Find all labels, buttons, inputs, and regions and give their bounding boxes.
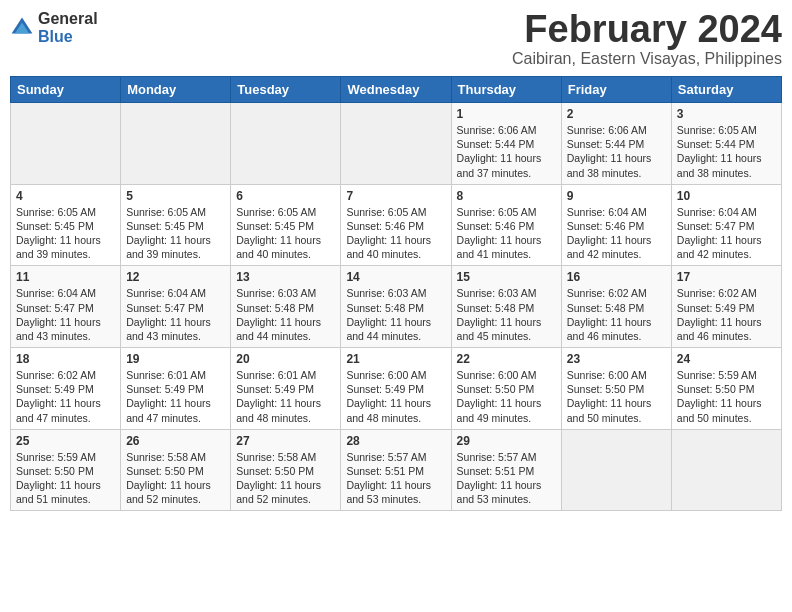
cell-info: Sunrise: 6:04 AM Sunset: 5:47 PM Dayligh… — [677, 205, 776, 262]
calendar-cell: 7Sunrise: 6:05 AM Sunset: 5:46 PM Daylig… — [341, 184, 451, 266]
calendar-table: Sunday Monday Tuesday Wednesday Thursday… — [10, 76, 782, 511]
calendar-cell — [341, 103, 451, 185]
cell-info: Sunrise: 6:00 AM Sunset: 5:50 PM Dayligh… — [567, 368, 666, 425]
cell-info: Sunrise: 6:04 AM Sunset: 5:47 PM Dayligh… — [126, 286, 225, 343]
calendar-cell: 3Sunrise: 6:05 AM Sunset: 5:44 PM Daylig… — [671, 103, 781, 185]
logo-icon — [10, 16, 34, 40]
day-number: 21 — [346, 352, 445, 366]
cell-info: Sunrise: 5:59 AM Sunset: 5:50 PM Dayligh… — [677, 368, 776, 425]
header-monday: Monday — [121, 77, 231, 103]
calendar-cell: 28Sunrise: 5:57 AM Sunset: 5:51 PM Dayli… — [341, 429, 451, 511]
cell-info: Sunrise: 6:00 AM Sunset: 5:50 PM Dayligh… — [457, 368, 556, 425]
day-number: 9 — [567, 189, 666, 203]
title-area: February 2024 Caibiran, Eastern Visayas,… — [512, 10, 782, 68]
calendar-cell — [561, 429, 671, 511]
calendar-cell: 13Sunrise: 6:03 AM Sunset: 5:48 PM Dayli… — [231, 266, 341, 348]
calendar-cell — [11, 103, 121, 185]
cell-info: Sunrise: 6:02 AM Sunset: 5:49 PM Dayligh… — [677, 286, 776, 343]
day-number: 7 — [346, 189, 445, 203]
cell-info: Sunrise: 6:04 AM Sunset: 5:46 PM Dayligh… — [567, 205, 666, 262]
day-number: 3 — [677, 107, 776, 121]
day-number: 24 — [677, 352, 776, 366]
day-number: 10 — [677, 189, 776, 203]
day-number: 12 — [126, 270, 225, 284]
page-header: General Blue February 2024 Caibiran, Eas… — [10, 10, 782, 68]
day-number: 16 — [567, 270, 666, 284]
day-number: 1 — [457, 107, 556, 121]
day-number: 27 — [236, 434, 335, 448]
cell-info: Sunrise: 6:05 AM Sunset: 5:45 PM Dayligh… — [16, 205, 115, 262]
header-tuesday: Tuesday — [231, 77, 341, 103]
day-number: 26 — [126, 434, 225, 448]
calendar-header: Sunday Monday Tuesday Wednesday Thursday… — [11, 77, 782, 103]
cell-info: Sunrise: 6:05 AM Sunset: 5:45 PM Dayligh… — [236, 205, 335, 262]
day-number: 2 — [567, 107, 666, 121]
calendar-cell: 22Sunrise: 6:00 AM Sunset: 5:50 PM Dayli… — [451, 348, 561, 430]
day-number: 14 — [346, 270, 445, 284]
cell-info: Sunrise: 6:01 AM Sunset: 5:49 PM Dayligh… — [236, 368, 335, 425]
cell-info: Sunrise: 6:06 AM Sunset: 5:44 PM Dayligh… — [567, 123, 666, 180]
calendar-cell: 4Sunrise: 6:05 AM Sunset: 5:45 PM Daylig… — [11, 184, 121, 266]
calendar-cell — [231, 103, 341, 185]
calendar-cell: 18Sunrise: 6:02 AM Sunset: 5:49 PM Dayli… — [11, 348, 121, 430]
calendar-cell: 19Sunrise: 6:01 AM Sunset: 5:49 PM Dayli… — [121, 348, 231, 430]
cell-info: Sunrise: 6:06 AM Sunset: 5:44 PM Dayligh… — [457, 123, 556, 180]
calendar-cell: 25Sunrise: 5:59 AM Sunset: 5:50 PM Dayli… — [11, 429, 121, 511]
header-friday: Friday — [561, 77, 671, 103]
calendar-week-5: 25Sunrise: 5:59 AM Sunset: 5:50 PM Dayli… — [11, 429, 782, 511]
calendar-cell — [671, 429, 781, 511]
day-number: 23 — [567, 352, 666, 366]
cell-info: Sunrise: 6:05 AM Sunset: 5:44 PM Dayligh… — [677, 123, 776, 180]
cell-info: Sunrise: 6:01 AM Sunset: 5:49 PM Dayligh… — [126, 368, 225, 425]
calendar-cell: 27Sunrise: 5:58 AM Sunset: 5:50 PM Dayli… — [231, 429, 341, 511]
day-number: 19 — [126, 352, 225, 366]
day-number: 4 — [16, 189, 115, 203]
calendar-cell — [121, 103, 231, 185]
calendar-cell: 24Sunrise: 5:59 AM Sunset: 5:50 PM Dayli… — [671, 348, 781, 430]
cell-info: Sunrise: 5:59 AM Sunset: 5:50 PM Dayligh… — [16, 450, 115, 507]
calendar-cell: 23Sunrise: 6:00 AM Sunset: 5:50 PM Dayli… — [561, 348, 671, 430]
calendar-cell: 21Sunrise: 6:00 AM Sunset: 5:49 PM Dayli… — [341, 348, 451, 430]
cell-info: Sunrise: 5:57 AM Sunset: 5:51 PM Dayligh… — [457, 450, 556, 507]
header-sunday: Sunday — [11, 77, 121, 103]
calendar-cell: 20Sunrise: 6:01 AM Sunset: 5:49 PM Dayli… — [231, 348, 341, 430]
calendar-week-2: 4Sunrise: 6:05 AM Sunset: 5:45 PM Daylig… — [11, 184, 782, 266]
calendar-cell: 29Sunrise: 5:57 AM Sunset: 5:51 PM Dayli… — [451, 429, 561, 511]
calendar-cell: 8Sunrise: 6:05 AM Sunset: 5:46 PM Daylig… — [451, 184, 561, 266]
cell-info: Sunrise: 6:05 AM Sunset: 5:46 PM Dayligh… — [346, 205, 445, 262]
day-number: 25 — [16, 434, 115, 448]
header-saturday: Saturday — [671, 77, 781, 103]
calendar-cell: 16Sunrise: 6:02 AM Sunset: 5:48 PM Dayli… — [561, 266, 671, 348]
cell-info: Sunrise: 6:04 AM Sunset: 5:47 PM Dayligh… — [16, 286, 115, 343]
calendar-cell: 11Sunrise: 6:04 AM Sunset: 5:47 PM Dayli… — [11, 266, 121, 348]
day-number: 17 — [677, 270, 776, 284]
cell-info: Sunrise: 6:02 AM Sunset: 5:49 PM Dayligh… — [16, 368, 115, 425]
day-number: 22 — [457, 352, 556, 366]
calendar-cell: 2Sunrise: 6:06 AM Sunset: 5:44 PM Daylig… — [561, 103, 671, 185]
day-number: 18 — [16, 352, 115, 366]
cell-info: Sunrise: 6:03 AM Sunset: 5:48 PM Dayligh… — [346, 286, 445, 343]
header-thursday: Thursday — [451, 77, 561, 103]
calendar-cell: 5Sunrise: 6:05 AM Sunset: 5:45 PM Daylig… — [121, 184, 231, 266]
cell-info: Sunrise: 5:58 AM Sunset: 5:50 PM Dayligh… — [126, 450, 225, 507]
day-number: 15 — [457, 270, 556, 284]
calendar-cell: 10Sunrise: 6:04 AM Sunset: 5:47 PM Dayli… — [671, 184, 781, 266]
cell-info: Sunrise: 6:03 AM Sunset: 5:48 PM Dayligh… — [236, 286, 335, 343]
day-number: 28 — [346, 434, 445, 448]
calendar-week-4: 18Sunrise: 6:02 AM Sunset: 5:49 PM Dayli… — [11, 348, 782, 430]
cell-info: Sunrise: 6:05 AM Sunset: 5:46 PM Dayligh… — [457, 205, 556, 262]
calendar-body: 1Sunrise: 6:06 AM Sunset: 5:44 PM Daylig… — [11, 103, 782, 511]
calendar-cell: 15Sunrise: 6:03 AM Sunset: 5:48 PM Dayli… — [451, 266, 561, 348]
calendar-cell: 14Sunrise: 6:03 AM Sunset: 5:48 PM Dayli… — [341, 266, 451, 348]
logo-blue: Blue — [38, 28, 98, 46]
day-number: 29 — [457, 434, 556, 448]
day-number: 8 — [457, 189, 556, 203]
calendar-cell: 12Sunrise: 6:04 AM Sunset: 5:47 PM Dayli… — [121, 266, 231, 348]
header-wednesday: Wednesday — [341, 77, 451, 103]
logo-general: General — [38, 10, 98, 28]
calendar-cell: 1Sunrise: 6:06 AM Sunset: 5:44 PM Daylig… — [451, 103, 561, 185]
calendar-week-3: 11Sunrise: 6:04 AM Sunset: 5:47 PM Dayli… — [11, 266, 782, 348]
day-number: 13 — [236, 270, 335, 284]
month-year-title: February 2024 — [512, 10, 782, 48]
calendar-cell: 9Sunrise: 6:04 AM Sunset: 5:46 PM Daylig… — [561, 184, 671, 266]
